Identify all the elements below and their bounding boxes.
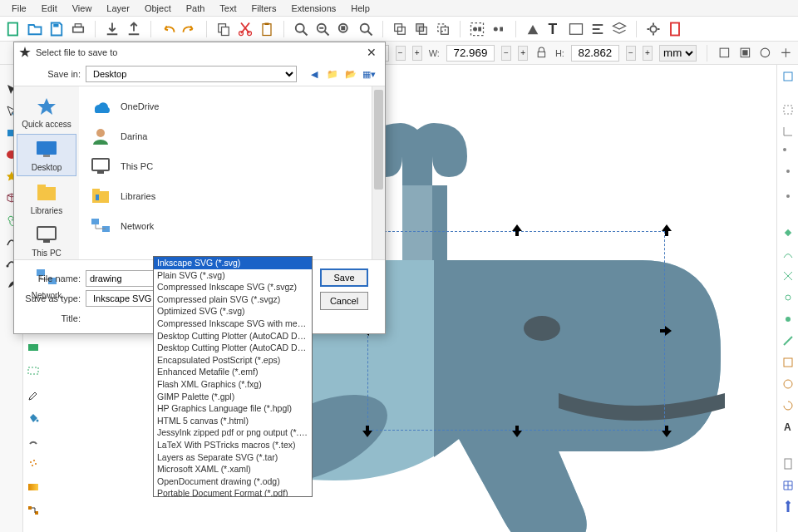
save-type-option[interactable]: Desktop Cutting Plotter (AutoCAD DXF R14… <box>154 342 312 354</box>
file-network[interactable]: Network <box>87 211 363 241</box>
cut-icon[interactable] <box>237 21 254 37</box>
affect-1-icon[interactable] <box>717 45 732 62</box>
save-type-option[interactable]: Compressed Inkscape SVG with media (*.zi… <box>154 318 312 330</box>
zoom-sel-icon[interactable] <box>357 21 374 37</box>
save-type-option[interactable]: Portable Document Format (*.pdf) <box>154 487 312 497</box>
export-icon[interactable] <box>126 21 142 37</box>
menu-text[interactable]: Text <box>213 2 243 15</box>
save-type-option[interactable]: Inkscape SVG (*.svg) <box>154 257 312 269</box>
spray2-icon[interactable] <box>25 456 42 472</box>
duplicate-icon[interactable] <box>392 21 408 37</box>
menu-extensions[interactable]: Extensions <box>284 2 342 15</box>
save-type-option[interactable]: Plain SVG (*.svg) <box>154 269 312 282</box>
redo-icon[interactable] <box>181 21 198 37</box>
h-dec[interactable]: − <box>626 46 636 61</box>
node-sample-icon[interactable] <box>25 362 42 379</box>
fill-icon[interactable] <box>525 21 541 37</box>
viewmenu-icon[interactable]: ▦▾ <box>362 66 377 81</box>
ungroup-icon[interactable] <box>490 21 507 37</box>
snap-center-icon[interactable] <box>780 188 796 204</box>
menu-object[interactable]: Object <box>138 2 178 15</box>
save-type-option[interactable]: OpenDocument drawing (*.odg) <box>154 475 312 488</box>
import-icon[interactable] <box>104 21 121 37</box>
cancel-button[interactable]: Cancel <box>320 292 368 310</box>
affect-3-icon[interactable] <box>758 45 772 62</box>
save-button[interactable]: Save <box>320 268 368 287</box>
copy-icon[interactable] <box>215 21 232 37</box>
zoom-page-icon[interactable] <box>336 21 352 37</box>
up-icon[interactable]: 📁 <box>325 66 340 81</box>
save-type-option[interactable]: Flash XML Graphics (*.fxg) <box>154 378 312 391</box>
clone-icon[interactable] <box>413 21 430 37</box>
close-icon[interactable]: ✕ <box>363 44 380 61</box>
new-icon[interactable] <box>5 21 22 37</box>
zoom-fit-icon[interactable] <box>314 21 331 37</box>
menu-layer[interactable]: Layer <box>100 2 136 15</box>
menu-help[interactable]: Help <box>344 2 377 15</box>
docprops-icon[interactable] <box>667 21 683 37</box>
paste-icon[interactable] <box>259 21 275 37</box>
filelist-scrollbar[interactable] <box>372 86 385 259</box>
open-icon[interactable] <box>27 21 43 37</box>
unit-select[interactable]: mm <box>659 45 697 62</box>
back-icon[interactable]: ◀ <box>307 66 322 81</box>
file-user[interactable]: Darina <box>87 121 363 151</box>
bucket-tool-icon[interactable] <box>25 409 42 426</box>
snap-obj-icon[interactable] <box>780 376 796 392</box>
save-type-option[interactable]: JessyInk zipped pdf or png output (*.zip… <box>154 426 312 439</box>
place-desktop[interactable]: Desktop <box>17 134 76 176</box>
snap-corner-icon[interactable] <box>780 145 796 161</box>
place-quick[interactable]: Quick access <box>17 91 76 132</box>
place-thispc[interactable]: This PC <box>17 220 76 261</box>
snap-smooth-icon[interactable] <box>780 311 796 328</box>
snap-int-icon[interactable] <box>780 268 796 284</box>
w-inc[interactable]: + <box>518 46 528 61</box>
save-type-option[interactable]: HTML 5 canvas (*.html) <box>154 415 312 427</box>
y-dec[interactable]: − <box>396 46 406 61</box>
undo-icon[interactable] <box>160 21 176 37</box>
snap-path-icon[interactable] <box>780 246 796 263</box>
snap-guide-icon[interactable] <box>780 499 796 515</box>
zoom-in-icon[interactable] <box>293 21 309 37</box>
layers-icon[interactable] <box>611 21 628 37</box>
snap-cusp-icon[interactable] <box>780 289 796 306</box>
save-in-select[interactable]: Desktop <box>86 66 297 82</box>
file-libraries[interactable]: Libraries <box>87 181 363 211</box>
file-thispc[interactable]: This PC <box>87 151 363 181</box>
save-type-option[interactable]: Compressed Inkscape SVG (*.svgz) <box>154 281 312 293</box>
group-icon[interactable] <box>469 21 485 37</box>
save-type-option[interactable]: Layers as Separate SVG (*.tar) <box>154 451 312 464</box>
snap-edge-icon[interactable] <box>780 123 796 140</box>
save-type-option[interactable]: Microsoft XAML (*.xaml) <box>154 463 312 475</box>
dialog-titlebar[interactable]: Select file to save to ✕ <box>14 42 385 62</box>
rect-sample-icon[interactable] <box>25 339 42 356</box>
text-icon[interactable]: T <box>546 21 563 37</box>
print-icon[interactable] <box>70 21 86 37</box>
save-type-option[interactable]: Desktop Cutting Plotter (AutoCAD DXF R12… <box>154 330 312 342</box>
affect-2-icon[interactable] <box>738 45 752 62</box>
unlink-icon[interactable] <box>435 21 451 37</box>
align-icon[interactable] <box>589 21 606 37</box>
place-libraries[interactable]: Libraries <box>17 178 76 219</box>
xml-icon[interactable] <box>568 21 584 37</box>
snap-rot-icon[interactable] <box>780 397 796 414</box>
save-type-option[interactable]: LaTeX With PSTricks macros (*.tex) <box>154 439 312 451</box>
menu-edit[interactable]: Edit <box>35 2 64 15</box>
save-type-option[interactable]: GIMP Palette (*.gpl) <box>154 391 312 403</box>
snap-line-icon[interactable] <box>780 332 796 349</box>
connector2-icon[interactable] <box>25 502 42 519</box>
menu-path[interactable]: Path <box>180 2 212 15</box>
w-input[interactable] <box>446 45 495 62</box>
file-list[interactable]: OneDrive Darina This PC Libraries Networ… <box>79 86 372 259</box>
h-inc[interactable]: + <box>643 46 653 61</box>
save-type-dropdown[interactable]: Inkscape SVG (*.svg)Plain SVG (*.svg)Com… <box>153 256 313 497</box>
snap-other-icon[interactable] <box>780 354 796 371</box>
snap-enable-icon[interactable] <box>780 68 796 85</box>
menu-filters[interactable]: Filters <box>245 2 283 15</box>
save-type-option[interactable]: HP Graphics Language file (*.hpgl) <box>154 402 312 415</box>
h-input[interactable] <box>571 45 619 62</box>
snap-grid-icon[interactable] <box>780 477 796 494</box>
save-icon[interactable] <box>48 21 65 37</box>
dropper-tool-icon[interactable] <box>25 386 42 402</box>
save-type-option[interactable]: Encapsulated PostScript (*.eps) <box>154 354 312 367</box>
